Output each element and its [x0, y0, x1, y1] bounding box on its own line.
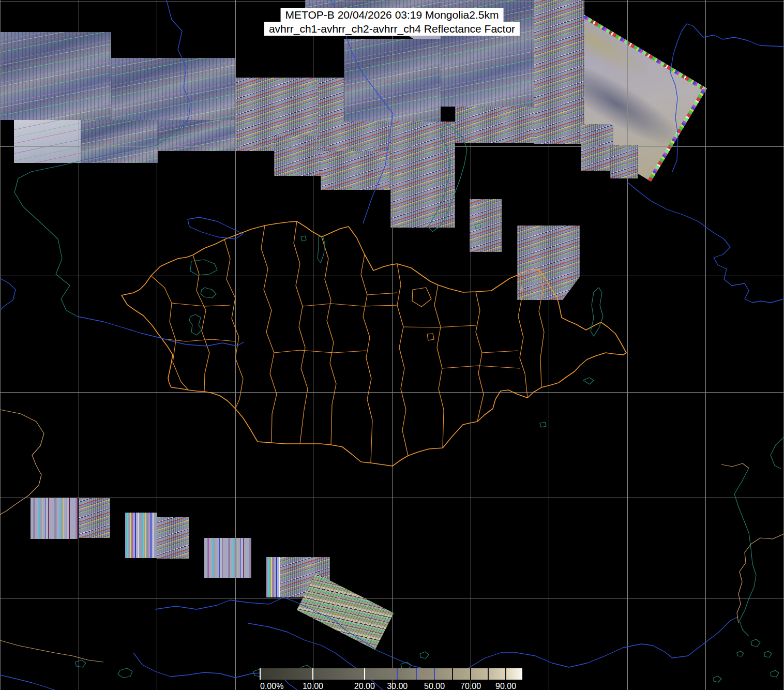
rivers [670, 24, 784, 172]
lakes-coastlines [771, 437, 784, 469]
rivers [627, 182, 784, 303]
lakes-coastlines [14, 128, 181, 317]
colorbar-tick [505, 668, 506, 680]
colorbar-label: 30.00 [387, 682, 408, 690]
lakes-coastlines [190, 260, 217, 275]
colorbar-label: 0.00% [260, 682, 283, 690]
colorbar-tick [364, 668, 365, 680]
colorbar-tick [488, 668, 489, 680]
rivers [0, 675, 54, 690]
colorbar-label: 70.00 [460, 682, 481, 690]
province-borders [482, 351, 518, 353]
lakes-coastlines [301, 236, 306, 241]
province-borders [193, 255, 209, 392]
country-border-mongolia [122, 221, 626, 466]
lakes-coastlines [318, 236, 325, 263]
province-borders [434, 285, 444, 448]
province-borders [294, 221, 308, 444]
lakes-coastlines [118, 668, 132, 678]
province-borders [427, 334, 434, 340]
foreign-borders-layer [0, 410, 784, 662]
colorbar-tick [452, 668, 453, 680]
satellite-map-viewport: METOP-B 20/04/2026 03:19 Mongolia2.5km a… [0, 0, 784, 690]
map-vector-layer [0, 0, 784, 690]
rivers [248, 623, 383, 690]
province-borders [397, 264, 408, 456]
province-borders-layer [151, 221, 544, 463]
lakes-coastlines [75, 660, 86, 667]
colorbar-label: 10.00 [303, 682, 323, 690]
lakes-coastlines [751, 639, 760, 647]
lakes-coastlines [420, 652, 429, 658]
province-borders [261, 226, 277, 443]
colorbar-tick [434, 668, 435, 680]
colorbar-label: 90.00 [495, 682, 516, 690]
province-borders [303, 304, 397, 306]
lakes-coastlines [540, 422, 546, 427]
lakes-coastlines [771, 670, 779, 677]
colorbar-label: 20.00 [354, 682, 375, 690]
province-borders [538, 269, 544, 387]
country-border-mongolia-layer [122, 221, 626, 466]
rivers [0, 278, 16, 310]
map-subtitle: avhrr_ch1-avhrr_ch2-avhrr_ch4 Reflectanc… [264, 22, 520, 36]
rivers [155, 597, 738, 672]
lakes-coastlines [764, 651, 772, 657]
lakes-coastlines [428, 124, 467, 232]
foreign-borders [737, 534, 784, 623]
colorbar-tick [397, 668, 398, 680]
province-borders [172, 303, 230, 306]
province-borders [412, 288, 431, 307]
lakes-coastlines-layer [14, 124, 784, 682]
rivers [78, 317, 244, 346]
province-borders [224, 239, 243, 409]
province-borders [322, 237, 336, 445]
lakes-coastlines [201, 288, 216, 298]
colorbar-tick [260, 668, 261, 680]
province-borders [476, 292, 484, 422]
rivers [167, 0, 190, 128]
foreign-borders [0, 640, 103, 662]
lakes-coastlines [475, 223, 481, 229]
lakes-coastlines [737, 651, 744, 656]
reflectance-colorbar: 0.00%10.0020.0030.0050.0070.0090.00 [260, 668, 522, 680]
colorbar-tick [312, 668, 313, 680]
rivers-layer [0, 0, 784, 690]
province-borders [367, 293, 397, 295]
colorbar-tick [470, 668, 471, 680]
lakes-coastlines [591, 288, 603, 336]
province-borders [403, 325, 476, 327]
foreign-borders [721, 463, 749, 468]
province-borders [361, 254, 372, 463]
province-borders [274, 350, 366, 353]
lakes-coastlines [189, 314, 202, 335]
lakes-coastlines [714, 676, 721, 682]
province-borders [518, 274, 527, 398]
foreign-borders [0, 410, 44, 515]
province-borders [442, 366, 520, 368]
colorbar-label: 50.00 [424, 682, 445, 690]
lakes-coastlines [583, 378, 594, 384]
colorbar-tick [521, 668, 522, 680]
map-title: METOP-B 20/04/2026 03:19 Mongolia2.5km [281, 8, 504, 22]
colorbar-tick [416, 668, 417, 680]
